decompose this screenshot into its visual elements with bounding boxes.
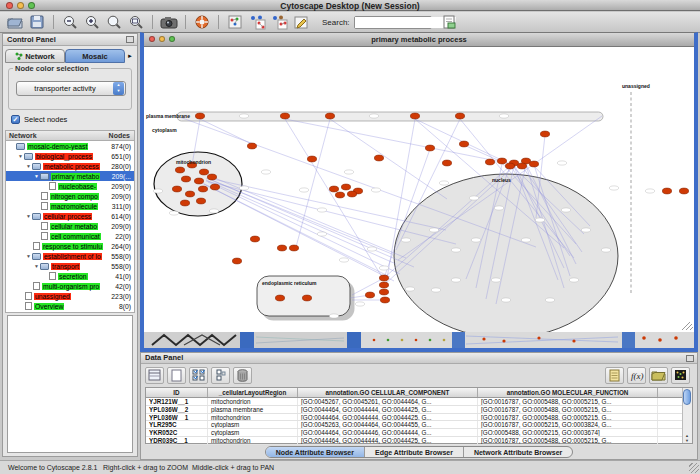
- network-node[interactable]: [198, 186, 207, 192]
- table-cell[interactable]: [GO:0016787, GO:0005488, GO:0005215, G..…: [478, 406, 658, 413]
- network-node[interactable]: [679, 188, 688, 194]
- network-node[interactable]: [662, 188, 671, 194]
- network-node[interactable]: [505, 163, 514, 169]
- network-node[interactable]: [380, 297, 389, 303]
- open-session-icon[interactable]: [4, 13, 26, 31]
- table-cell[interactable]: [GO:0016787, GO:0005488, GO:0005215, G..…: [478, 398, 658, 405]
- table-cell[interactable]: cytoplasm: [208, 429, 298, 436]
- float-data-panel-icon[interactable]: [686, 355, 694, 362]
- tree-expand-icon[interactable]: ▼: [25, 253, 32, 259]
- network-node[interactable]: [365, 292, 374, 298]
- network-edge[interactable]: [212, 180, 414, 267]
- tree-row[interactable]: response to stimulu264(0): [6, 241, 134, 251]
- tree-row[interactable]: ▼cellular process614(0): [6, 211, 134, 221]
- table-row[interactable]: YLR295Ccytoplasm[GO:0045263, GO:0044464,…: [146, 421, 692, 429]
- table-cell[interactable]: mitochondrion: [208, 398, 298, 405]
- zoom-in-icon[interactable]: [81, 13, 103, 31]
- tab-mosaic[interactable]: Mosaic: [65, 49, 125, 63]
- network-node[interactable]: [207, 174, 216, 180]
- zoom-fit-content-icon[interactable]: [125, 13, 147, 31]
- tree-row[interactable]: nucleobase-209(0): [6, 181, 134, 191]
- tree-row[interactable]: ▼biological_process651(0): [6, 151, 134, 161]
- tree-expand-icon[interactable]: ▼: [25, 213, 32, 219]
- table-cell[interactable]: mitochondrion: [208, 414, 298, 421]
- scrollbar-arrows[interactable]: ▲▼: [683, 433, 691, 443]
- tree-row[interactable]: ▼primary metabo209(...: [6, 171, 134, 181]
- network-node[interactable]: [529, 161, 538, 167]
- network-node[interactable]: [540, 131, 549, 137]
- network-node[interactable]: [442, 160, 451, 166]
- table-row[interactable]: YDR039C__1mitochondrion[GO:0044464, GO:0…: [146, 437, 692, 445]
- table-cell[interactable]: [GO:0016787, GO:0005488, GO:0005215, G..…: [478, 414, 658, 421]
- network-node[interactable]: [374, 155, 383, 161]
- network-node[interactable]: [410, 113, 419, 119]
- tree-row[interactable]: nitrogen compo209(0): [6, 191, 134, 201]
- table-cell[interactable]: plasma membrane: [208, 406, 298, 413]
- table-row[interactable]: YJR121W__1mitochondrion[GO:0045267, GO:0…: [146, 398, 692, 406]
- tree-row[interactable]: secretion41(0): [6, 271, 134, 281]
- table-cell[interactable]: [GO:0016787, GO:0005215, GO:0003824, G..…: [478, 421, 658, 428]
- table-cell[interactable]: [GO:0044464, GO:0044444, GO:0044425, G..…: [298, 406, 478, 413]
- attribute-table-header[interactable]: ID_cellularLayoutRegionannotation.GO CEL…: [146, 388, 692, 398]
- function-builder-icon[interactable]: f(x): [627, 367, 646, 384]
- tree-row[interactable]: unassigned223(0): [6, 291, 134, 301]
- table-row[interactable]: YPL036W__1mitochondrion[GO:0044464, GO:0…: [146, 414, 692, 422]
- birds-eye-view-panel[interactable]: [7, 315, 133, 453]
- import-attributes-icon[interactable]: [649, 367, 668, 384]
- search-combobox[interactable]: ▼: [354, 16, 432, 29]
- network-node[interactable]: [275, 295, 284, 301]
- create-new-attribute-icon[interactable]: [167, 367, 186, 384]
- network-node[interactable]: [180, 200, 189, 206]
- table-cell[interactable]: [GO:0045263, GO:0044464, GO:0044455, G..…: [298, 421, 478, 428]
- network-node[interactable]: [347, 191, 356, 197]
- table-cell[interactable]: [GO:0016787, GO:0005488, GO:0005215, G..…: [478, 437, 658, 444]
- network-node[interactable]: [497, 158, 506, 164]
- attribute-table[interactable]: ID_cellularLayoutRegionannotation.GO CEL…: [145, 387, 693, 444]
- app-titlebar[interactable]: Cytoscape Desktop (New Session): [0, 0, 700, 11]
- layout-align-icon[interactable]: [268, 13, 290, 31]
- table-cell[interactable]: YJR121W__1: [146, 398, 208, 405]
- network-node[interactable]: [194, 178, 203, 184]
- table-cell[interactable]: cytoplasm: [208, 421, 298, 428]
- table-cell[interactable]: [GO:0044464, GO:0044446, GO:0044444, G..…: [298, 429, 478, 436]
- export-image-icon[interactable]: [158, 13, 180, 31]
- table-vertical-scrollbar[interactable]: ▲▼: [682, 388, 692, 443]
- unselect-all-attributes-icon[interactable]: [211, 367, 230, 384]
- import-table-icon[interactable]: [438, 13, 460, 31]
- table-cell[interactable]: mitochondrion: [208, 437, 298, 444]
- network-node[interactable]: [341, 184, 350, 190]
- tree-row[interactable]: cell communicat22(0): [6, 231, 134, 241]
- network-node[interactable]: [232, 258, 241, 264]
- tab-network[interactable]: Network: [5, 49, 65, 63]
- network-node[interactable]: [329, 186, 338, 192]
- table-cell[interactable]: [GO:0044464, GO:0044444, GO:0044425, G..…: [298, 414, 478, 421]
- tree-row[interactable]: ▼metabolic process280(0): [6, 161, 134, 171]
- help-icon[interactable]: [191, 13, 213, 31]
- table-column-header[interactable]: annotation.GO CELLULAR_COMPONENT: [298, 388, 478, 397]
- network-node[interactable]: [289, 245, 298, 251]
- network-node[interactable]: [185, 191, 194, 197]
- network-node[interactable]: [172, 186, 181, 192]
- network-node[interactable]: [459, 141, 468, 147]
- table-cell[interactable]: [GO:0005488, GO:0005215, GO:0003674]: [478, 429, 658, 436]
- save-session-icon[interactable]: [26, 13, 48, 31]
- attribute-browser-tab[interactable]: Edge Attribute Browser: [365, 447, 464, 457]
- table-row[interactable]: YKR052Ccytoplasm[GO:0044464, GO:0044446,…: [146, 429, 692, 437]
- tree-row[interactable]: mosaic-demo-yeast874(0): [6, 141, 134, 151]
- attribute-selector-icon[interactable]: [145, 367, 164, 384]
- network-node[interactable]: [307, 156, 316, 162]
- tree-row[interactable]: macromolecule311(0): [6, 201, 134, 211]
- zoom-out-icon[interactable]: [59, 13, 81, 31]
- tree-expand-icon[interactable]: ▼: [33, 263, 40, 269]
- tab-overflow-arrow-icon[interactable]: ►: [125, 49, 135, 63]
- network-node[interactable]: [280, 113, 289, 119]
- network-node[interactable]: [455, 113, 464, 119]
- network-node[interactable]: [210, 184, 219, 190]
- network-node[interactable]: [335, 192, 344, 198]
- network-canvas[interactable]: plasma membranecytoplasmmitochondrionnuc…: [144, 48, 694, 332]
- network-window-titlebar[interactable]: primary metabolic process: [144, 33, 694, 47]
- tree-row[interactable]: cellular metabo209(0): [6, 221, 134, 231]
- scrollbar-thumb[interactable]: [683, 389, 691, 405]
- tree-row[interactable]: ▼establishment of lo558(0): [6, 251, 134, 261]
- table-column-header[interactable]: annotation.GO MOLECULAR_FUNCTION: [478, 388, 658, 397]
